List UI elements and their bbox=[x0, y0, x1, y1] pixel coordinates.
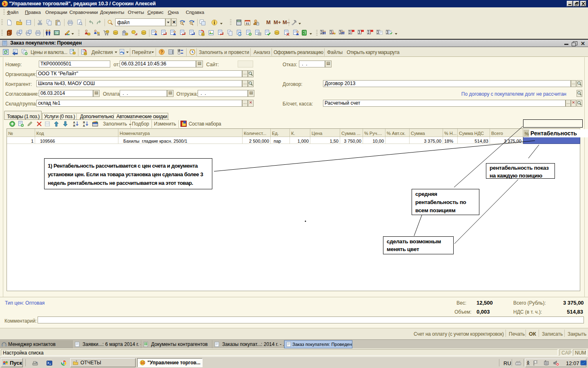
svg-text:С: С bbox=[4, 2, 7, 6]
